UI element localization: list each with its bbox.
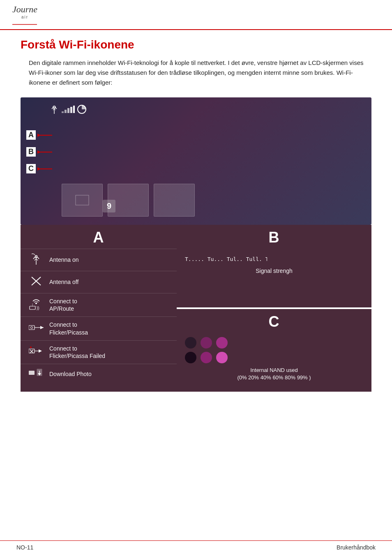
dot-60pct	[185, 352, 196, 363]
connect-failed-icon	[29, 346, 44, 358]
svg-rect-15	[76, 195, 89, 205]
svg-marker-27	[40, 326, 44, 329]
download-photo-icon	[29, 368, 44, 379]
main-image: A B C	[21, 97, 371, 225]
panel-b-header: B	[177, 225, 371, 249]
svg-rect-9	[62, 111, 64, 113]
panel-row-antenna-off: Antenna off	[21, 271, 177, 293]
antenna-on-label: Antenna on	[49, 256, 79, 263]
svg-rect-34	[29, 371, 35, 375]
svg-point-20	[35, 302, 37, 304]
wifi-icons-row	[49, 105, 86, 114]
connect-flicker-icon	[29, 323, 44, 334]
label-c: C	[26, 164, 54, 173]
antenna-on-small-icon	[49, 105, 59, 114]
panel-a-header: A	[21, 225, 177, 249]
signal-label: Signal strengh	[177, 266, 371, 274]
svg-text:)): ))	[37, 306, 39, 310]
svg-rect-21	[30, 306, 35, 309]
intro-paragraph: Den digitale rammen inneholder Wi-Fi-tek…	[29, 58, 371, 88]
panel-c-header: C	[177, 309, 371, 333]
svg-marker-6	[37, 167, 41, 171]
bottom-panels: A Antenna on	[21, 225, 371, 392]
dot-20pct	[201, 337, 212, 349]
abc-labels: A B C	[26, 130, 54, 173]
footer-right: Brukerhåndbok	[337, 544, 376, 551]
logo-text: Journe	[12, 4, 37, 14]
memory-circle-small-icon	[77, 105, 86, 114]
label-b: B	[26, 147, 54, 157]
right-panels: B T..... Tu... Tul.. Tull. Tulll Signal …	[177, 225, 371, 392]
svg-marker-32	[39, 349, 42, 353]
main-content: Forstå Wi-Fi-ikonene Den digitale rammen…	[0, 30, 392, 404]
page-title: Forstå Wi-Fi-ikonene	[21, 38, 371, 51]
logo-sub: air	[12, 15, 37, 19]
panel-row-download: Download Photo	[21, 364, 177, 383]
svg-text:T..... Tu... Tul.. Tull. Tulll: T..... Tu... Tul.. Tull. Tulll	[185, 256, 267, 262]
panel-a: A Antenna on	[21, 225, 177, 392]
signal-bars-small-icon	[62, 106, 75, 113]
svg-rect-24	[29, 325, 35, 330]
panel-b: B T..... Tu... Tul.. Tull. Tulll Signal …	[177, 225, 371, 307]
page-footer: NO-11 Brukerhåndbok	[0, 540, 392, 554]
antenna-off-label: Antenna off	[49, 278, 78, 286]
page-header: Journe air	[0, 0, 392, 30]
download-photo-label: Download Photo	[49, 370, 92, 378]
number-badge: 9	[103, 200, 115, 212]
antenna-off-icon	[29, 275, 44, 289]
svg-rect-12	[70, 107, 72, 113]
dot-80pct	[201, 352, 212, 363]
panel-row-antenna-on: Antenna on	[21, 249, 177, 271]
connect-failed-label: Connect toFlicker/Picassa Failed	[49, 345, 105, 360]
panel-row-connect-ap: )) Connect toAP/Route	[21, 293, 177, 316]
signal-bars: T..... Tu... Tul.. Tull. Tulll	[177, 249, 371, 266]
svg-point-25	[31, 327, 33, 329]
frame-thumbnails	[62, 184, 195, 217]
memory-dots	[177, 333, 371, 365]
panel-row-connect-flicker: Connect toFlicker/Picassa	[21, 316, 177, 340]
antenna-on-icon	[29, 253, 44, 267]
connect-ap-label: Connect toAP/Route	[49, 298, 77, 312]
dots-row-1	[185, 337, 228, 349]
svg-rect-11	[67, 108, 69, 113]
panel-row-connect-failed: Connect toFlicker/Picassa Failed	[21, 340, 177, 364]
dots-row-2	[185, 352, 228, 363]
memory-label: Internal NAND used(0% 20% 40% 60% 80% 99…	[177, 365, 371, 381]
svg-rect-28	[29, 349, 35, 353]
dot-99pct	[216, 352, 228, 363]
footer-left: NO-11	[16, 544, 33, 551]
dot-0pct	[185, 337, 196, 349]
logo: Journe air	[12, 4, 37, 27]
label-a: A	[26, 130, 54, 140]
svg-rect-13	[73, 106, 75, 113]
dot-40pct	[216, 337, 228, 349]
panel-c: C Internal NAND used(0% 20% 40% 60% 80% …	[177, 309, 371, 392]
connect-flicker-label: Connect toFlicker/Picassa	[49, 321, 88, 336]
svg-point-33	[30, 346, 32, 348]
svg-marker-2	[37, 134, 41, 137]
svg-rect-10	[65, 110, 67, 113]
connect-ap-icon: ))	[29, 298, 44, 312]
svg-marker-4	[37, 150, 41, 154]
